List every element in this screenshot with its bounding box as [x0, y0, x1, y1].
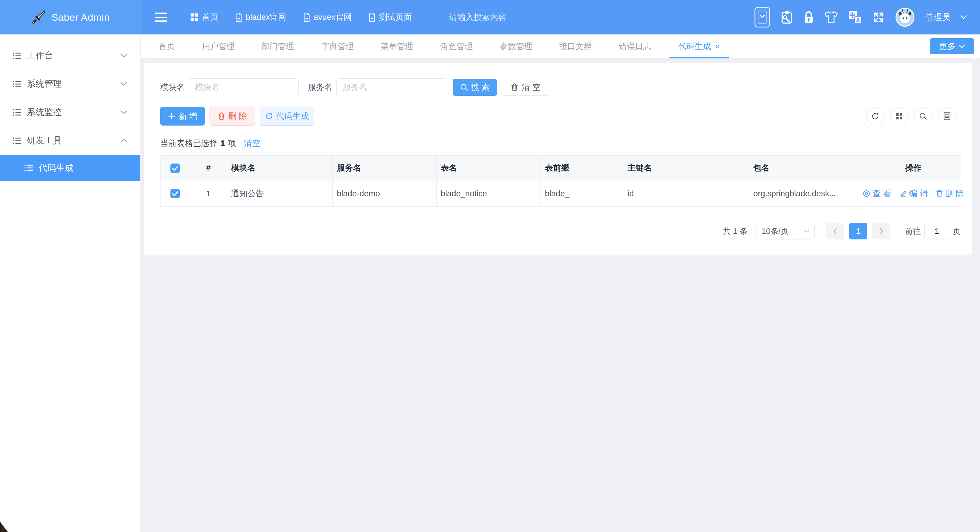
top-menu-toggle-button[interactable]: [754, 6, 770, 28]
selection-prefix: 当前表格已选择: [160, 138, 218, 149]
edit-action[interactable]: 编 辑: [899, 188, 928, 199]
column-header-module[interactable]: 模块名: [227, 156, 333, 180]
filter-form: 模块名 服务名 搜 索: [160, 78, 961, 96]
user-menu-chevron-icon[interactable]: [960, 15, 967, 19]
table-toolbar: 新 增 删 除: [160, 107, 961, 126]
topbar-right: 中 A: [754, 6, 967, 28]
user-name[interactable]: 管理员: [926, 12, 950, 23]
app-logo[interactable]: Saber Admin: [0, 0, 141, 35]
sidebar-item-workbench[interactable]: 工作台: [0, 41, 140, 70]
trash-icon: [218, 112, 225, 120]
delete-action[interactable]: 删 除: [936, 188, 964, 199]
column-settings-button[interactable]: [938, 107, 956, 125]
chevron-down-icon: [120, 82, 127, 86]
sidebar-item-code-generation[interactable]: 代码生成: [0, 155, 140, 181]
tab-menu-management[interactable]: 菜单管理: [380, 35, 413, 58]
search-toggle-button[interactable]: [914, 107, 932, 125]
row-checkbox[interactable]: [170, 189, 180, 198]
main-area: 首页 用户管理 部门管理 字典管理 菜单管理 角色管理 参数管理 接口文档 错误…: [141, 35, 980, 532]
tab-role-management[interactable]: 角色管理: [440, 35, 473, 58]
tab-user-management[interactable]: 用户管理: [202, 35, 235, 58]
sidebar-item-system-management[interactable]: 系统管理: [0, 70, 140, 98]
column-header-index[interactable]: #: [190, 156, 227, 180]
trash-icon: [936, 190, 943, 198]
total-count: 共 1 条: [723, 226, 748, 237]
column-header-service[interactable]: 服务名: [333, 156, 437, 180]
sidebar: 工作台 系统管理 系统监控: [0, 35, 141, 532]
select-all-cell: [161, 156, 190, 180]
tab-code-generation[interactable]: 代码生成: [678, 35, 720, 58]
header-search-input[interactable]: 请输入搜索内容: [449, 12, 506, 23]
sidebar-item-label: 代码生成: [38, 162, 73, 174]
refresh-table-button[interactable]: [866, 107, 884, 125]
chevron-right-icon: [879, 228, 884, 235]
tab-param-management[interactable]: 参数管理: [500, 35, 532, 58]
nav-item-home[interactable]: 首页: [190, 12, 218, 23]
lock-screen-button[interactable]: [803, 11, 814, 24]
cell-service: blade-demo: [333, 180, 437, 207]
tab-home[interactable]: 首页: [159, 35, 175, 58]
column-header-table[interactable]: 表名: [437, 156, 541, 180]
table-row[interactable]: 1 通知公告 blade-demo blade_notice blade_ id…: [161, 180, 961, 207]
document-icon: [369, 13, 375, 22]
sidebar-item-dev-tools[interactable]: 研发工具: [0, 126, 140, 155]
sidebar-collapse-button[interactable]: [155, 13, 167, 22]
nav-item-avuex[interactable]: avuex官网: [303, 12, 352, 23]
search-icon: [919, 112, 927, 120]
selection-info: 当前表格已选择 1 项 清空: [160, 138, 961, 149]
column-header-pk[interactable]: 主键名: [624, 156, 749, 180]
svg-text:A: A: [856, 17, 860, 23]
topbar-main: 首页 bladex官网 avuex官网: [141, 0, 980, 35]
module-name-input[interactable]: [189, 78, 299, 96]
cell-pk: id: [624, 180, 749, 207]
view-action[interactable]: 查 看: [863, 188, 891, 199]
page-size-select[interactable]: 10条/页: [756, 223, 815, 239]
tab-dict-management[interactable]: 字典管理: [321, 35, 354, 58]
app-title: Saber Admin: [51, 12, 110, 23]
theme-button[interactable]: [824, 11, 838, 24]
tab-error-log[interactable]: 错误日志: [619, 35, 651, 58]
nav-item-bladex[interactable]: bladex官网: [235, 12, 286, 23]
refresh-icon: [871, 112, 880, 121]
add-button[interactable]: 新 增: [160, 107, 205, 126]
translate-icon: 中 A: [848, 10, 862, 24]
delete-button[interactable]: 删 除: [210, 107, 255, 126]
clear-filters-button[interactable]: 清 空: [503, 79, 548, 96]
more-tabs-button[interactable]: 更多: [930, 38, 974, 54]
column-header-package[interactable]: 包名: [749, 156, 866, 180]
language-button[interactable]: 中 A: [848, 10, 862, 24]
tshirt-icon: [824, 11, 838, 24]
top-header: Saber Admin 首页 bladex官网: [0, 0, 980, 35]
plus-icon: [168, 112, 175, 120]
clear-selection-link[interactable]: 清空: [244, 138, 260, 149]
view-icon: [863, 190, 870, 198]
service-name-label: 服务名: [308, 82, 332, 93]
document-icon: [303, 13, 310, 22]
search-button[interactable]: 搜 索: [453, 79, 497, 96]
app-root: Saber Admin 首页 bladex官网: [0, 0, 980, 532]
debug-tool-button[interactable]: [780, 10, 793, 24]
next-page-button[interactable]: [872, 223, 890, 239]
column-header-actions[interactable]: 操作: [866, 156, 961, 180]
page-number-1[interactable]: 1: [849, 223, 867, 239]
goto-page-input[interactable]: [924, 223, 949, 239]
select-all-checkbox[interactable]: [170, 164, 180, 173]
nav-item-test-page[interactable]: 测试页面: [369, 12, 412, 23]
column-header-prefix[interactable]: 表前缀: [541, 156, 624, 180]
tab-api-docs[interactable]: 接口文档: [559, 35, 592, 58]
code-generate-button[interactable]: 代码生成: [260, 107, 314, 126]
edit-pencil-icon: [899, 190, 907, 198]
prev-page-button[interactable]: [826, 223, 844, 239]
sidebar-item-system-monitor[interactable]: 系统监控: [0, 98, 140, 126]
check-icon: [170, 189, 180, 198]
grid-view-button[interactable]: [890, 107, 908, 125]
tab-dept-management[interactable]: 部门管理: [261, 35, 294, 58]
service-name-input[interactable]: [336, 78, 446, 96]
panel-chevron-icon: [754, 6, 770, 28]
fullscreen-button[interactable]: [872, 11, 885, 24]
close-icon[interactable]: [715, 44, 720, 49]
sidebar-item-label: 工作台: [27, 49, 53, 62]
user-avatar[interactable]: [896, 8, 915, 27]
top-nav: 首页 bladex官网 avuex官网: [190, 12, 412, 23]
data-table: # 模块名 服务名 表名 表前缀 主键名 包名 操作: [160, 155, 961, 207]
